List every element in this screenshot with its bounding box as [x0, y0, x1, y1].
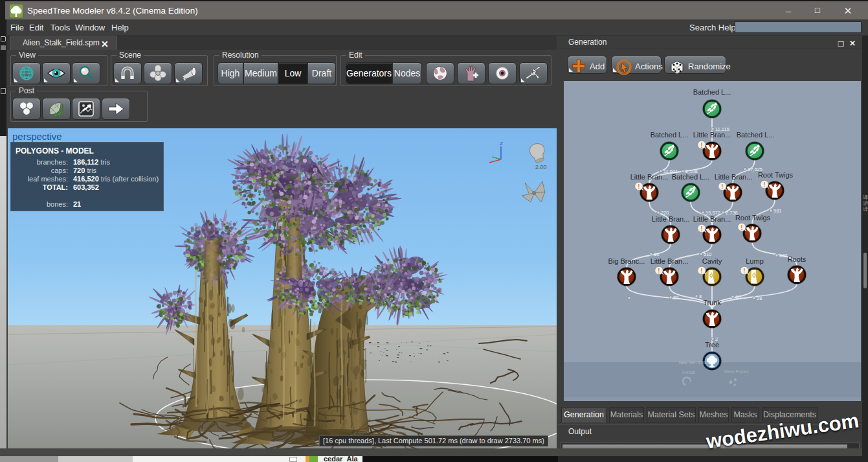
svg-text:20: 20 — [673, 295, 678, 301]
svg-text:Forces: Forces — [682, 370, 696, 375]
svg-text:Little Bran...: Little Bran... — [693, 131, 731, 139]
svg-text:Root Twigs: Root Twigs — [758, 171, 794, 179]
svg-text:510: 510 — [704, 251, 712, 257]
svg-text:Mesh Forces: Mesh Forces — [724, 369, 749, 374]
svg-text:8: 8 — [699, 294, 702, 299]
svg-text:Little Bran...: Little Bran... — [651, 257, 689, 265]
svg-text:!: ! — [763, 181, 765, 189]
svg-text:!: ! — [700, 268, 702, 275]
svg-text:!: ! — [740, 224, 742, 231]
svg-text:Batched L...: Batched L... — [672, 173, 710, 181]
svg-text:Batched L...: Batched L... — [693, 88, 731, 96]
svg-text:!: ! — [658, 268, 660, 275]
svg-text:Roots: Roots — [788, 255, 807, 263]
svg-text:2.00: 2.00 — [535, 164, 547, 170]
svg-text:Lump: Lump — [746, 257, 764, 265]
svg-text:981: 981 — [773, 208, 782, 214]
svg-text:!: ! — [700, 225, 702, 233]
svg-text:Batched L...: Batched L... — [651, 131, 689, 139]
svg-text:!: ! — [638, 183, 640, 191]
svg-text:!: ! — [743, 268, 745, 275]
svg-text:Little Bran...: Little Bran... — [693, 215, 731, 223]
svg-text:Batched L...: Batched L... — [737, 131, 775, 139]
svg-text:Big Branc...: Big Branc... — [608, 257, 645, 265]
svg-text:Tree: Tree — [705, 341, 719, 349]
svg-text:Trunk: Trunk — [703, 299, 721, 306]
svg-text:Root Twigs: Root Twigs — [735, 214, 771, 222]
svg-text:Little Bran...: Little Bran... — [715, 173, 753, 181]
svg-text:10: 10 — [654, 251, 659, 257]
svg-text:Little Bran...: Little Bran... — [630, 173, 669, 181]
svg-text:!: ! — [700, 142, 702, 149]
svg-text:442: 442 — [779, 253, 788, 259]
svg-text:Little Bran...: Little Bran... — [652, 215, 690, 223]
svg-text:Cavity: Cavity — [702, 257, 722, 265]
svg-text:28: 28 — [757, 295, 762, 301]
svg-text:Z: Z — [500, 141, 503, 146]
svg-text:New Gen 5.03: New Gen 5.03 — [679, 360, 706, 365]
svg-text:!: ! — [721, 183, 723, 191]
